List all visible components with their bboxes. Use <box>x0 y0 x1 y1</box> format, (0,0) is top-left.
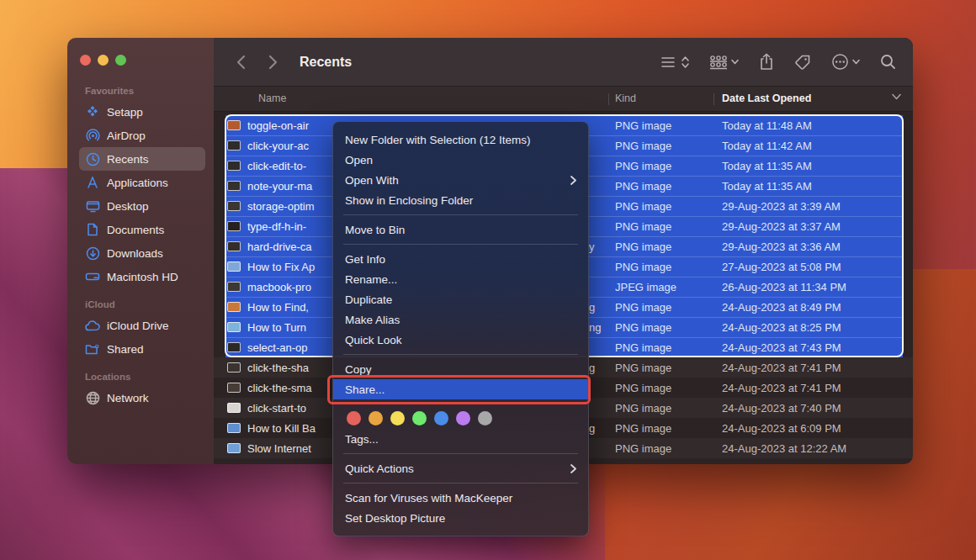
close-window-button[interactable] <box>80 55 91 66</box>
sidebar-item-label: Documents <box>107 224 164 236</box>
file-kind: PNG image <box>615 261 671 273</box>
share-button[interactable] <box>759 53 774 71</box>
forward-button[interactable] <box>263 52 283 72</box>
file-thumbnail-icon <box>227 140 241 151</box>
menu-item-quick-look[interactable]: Quick Look <box>333 330 588 350</box>
menu-item-label: Show in Enclosing Folder <box>345 194 473 207</box>
sidebar-item-applications[interactable]: Applications <box>79 171 205 194</box>
menu-item-label: Share... <box>345 383 385 396</box>
view-list-button[interactable] <box>661 55 689 69</box>
file-kind: PNG image <box>615 321 671 334</box>
finder-sidebar: FavouritesSetappAirDropRecentsApplicatio… <box>67 38 214 464</box>
menu-item-rename[interactable]: Rename... <box>333 269 588 289</box>
menu-item-label: Get Info <box>345 253 385 266</box>
file-thumbnail-icon <box>227 241 241 251</box>
file-thumbnail-icon <box>227 362 241 372</box>
file-kind: PNG image <box>615 362 671 374</box>
menu-item-label: Scan for Viruses with MacKeeper <box>345 492 512 505</box>
sidebar-item-documents[interactable]: Documents <box>79 218 205 241</box>
sidebar-sections: FavouritesSetappAirDropRecentsApplicatio… <box>79 86 205 409</box>
file-kind: JPEG image <box>615 281 676 293</box>
file-date-last-opened: 27-Aug-2023 at 5:08 PM <box>722 261 841 273</box>
window-title: Recents <box>300 55 352 70</box>
menu-item-show-in-enclosing-folder[interactable]: Show in Enclosing Folder <box>333 190 588 210</box>
menu-item-label: Rename... <box>345 273 397 286</box>
sidebar-item-label: Desktop <box>107 200 149 213</box>
file-name-overflow: ng <box>589 321 601 334</box>
zoom-window-button[interactable] <box>115 55 126 66</box>
column-header-kind[interactable]: Kind <box>615 92 636 104</box>
menu-item-scan-for-viruses-with-mackeeper[interactable]: Scan for Viruses with MacKeeper <box>333 488 588 508</box>
menu-item-label: Quick Look <box>345 334 402 346</box>
file-kind: PNG image <box>615 301 671 314</box>
file-date-last-opened: Today at 11:35 AM <box>722 160 812 172</box>
sidebar-item-label: Network <box>107 392 149 404</box>
menu-item-label: New Folder with Selection (12 Items) <box>345 134 531 146</box>
file-kind: PNG image <box>615 240 671 253</box>
file-date-last-opened: 24-Aug-2023 at 7:41 PM <box>722 382 841 394</box>
sidebar-item-macintosh-hd[interactable]: Macintosh HD <box>79 265 205 288</box>
file-name: click-edit-to- <box>247 160 306 172</box>
sidebar-item-airdrop[interactable]: AirDrop <box>79 124 205 147</box>
shared-folder-icon <box>85 341 100 357</box>
recents-icon <box>85 151 100 166</box>
menu-item-new-folder-with-selection-12-items[interactable]: New Folder with Selection (12 Items) <box>333 129 588 150</box>
icloud-icon <box>85 318 100 333</box>
menu-item-copy[interactable]: Copy <box>333 359 588 379</box>
tags-button[interactable] <box>794 54 811 71</box>
menu-item-tags[interactable]: Tags... <box>333 429 588 449</box>
sort-chevrons-icon <box>682 55 689 69</box>
tag-color-dot[interactable] <box>478 411 492 425</box>
menu-item-label: Make Alias <box>345 314 400 326</box>
menu-item-set-desktop-picture[interactable]: Set Desktop Picture <box>333 508 588 528</box>
file-kind: PNG image <box>615 402 671 415</box>
menu-item-quick-actions[interactable]: Quick Actions <box>333 458 588 478</box>
sidebar-item-network[interactable]: Network <box>79 386 205 409</box>
sidebar-item-shared[interactable]: Shared <box>79 337 205 361</box>
tag-color-dot[interactable] <box>434 411 448 425</box>
window-controls <box>79 55 205 66</box>
menu-divider <box>343 354 578 355</box>
more-actions-button[interactable] <box>831 53 860 71</box>
sort-direction-icon[interactable] <box>892 93 901 100</box>
tag-color-dot[interactable] <box>347 411 361 425</box>
sidebar-item-icloud-drive[interactable]: iCloud Drive <box>79 314 205 337</box>
sidebar-item-desktop[interactable]: Desktop <box>79 194 205 218</box>
menu-item-open[interactable]: Open <box>333 150 588 170</box>
sidebar-item-setapp[interactable]: Setapp <box>79 100 205 124</box>
tag-color-dot[interactable] <box>390 411 405 425</box>
menu-item-duplicate[interactable]: Duplicate <box>333 289 588 309</box>
file-name: type-df-h-in- <box>247 220 306 233</box>
minimize-window-button[interactable] <box>98 55 109 66</box>
tag-color-dot[interactable] <box>369 411 383 425</box>
search-button[interactable] <box>880 54 896 70</box>
menu-item-make-alias[interactable]: Make Alias <box>333 309 588 330</box>
file-name: toggle-on-air <box>247 119 309 132</box>
column-header-date[interactable]: Date Last Opened <box>722 92 811 104</box>
column-header-name[interactable]: Name <box>258 92 286 104</box>
sidebar-item-downloads[interactable]: Downloads <box>79 241 205 265</box>
file-name: How to Kill Ba <box>247 422 316 435</box>
toolbar-icon-group <box>661 53 896 71</box>
menu-item-label: Set Desktop Picture <box>345 512 445 525</box>
file-thumbnail-icon <box>227 221 241 231</box>
menu-item-get-info[interactable]: Get Info <box>333 249 588 269</box>
back-button[interactable] <box>231 52 251 72</box>
finder-toolbar: Recents <box>214 38 913 87</box>
file-kind: PNG image <box>615 119 671 132</box>
menu-item-label: Quick Actions <box>345 462 414 475</box>
menu-item-open-with[interactable]: Open With <box>333 170 588 190</box>
menu-item-move-to-bin[interactable]: Move to Bin <box>333 219 588 240</box>
tag-color-dot[interactable] <box>456 411 470 425</box>
sidebar-item-recents[interactable]: Recents <box>79 147 205 171</box>
file-thumbnail-icon <box>227 443 241 453</box>
column-divider[interactable] <box>713 93 714 105</box>
desktop-icon <box>85 198 100 214</box>
menu-item-share[interactable]: Share... <box>333 379 588 399</box>
submenu-chevron-icon <box>570 464 576 473</box>
tag-color-dot[interactable] <box>412 411 427 425</box>
file-name: click-start-to <box>247 402 306 415</box>
column-divider[interactable] <box>608 93 609 105</box>
menu-divider <box>343 483 578 483</box>
group-by-button[interactable] <box>709 55 739 70</box>
